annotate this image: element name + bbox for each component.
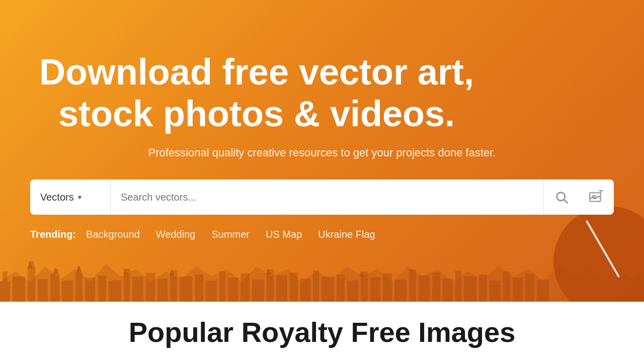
svg-rect-45 xyxy=(490,281,501,302)
svg-rect-33 xyxy=(347,281,358,302)
svg-rect-32 xyxy=(337,275,345,302)
svg-rect-19 xyxy=(180,277,192,302)
visual-search-button[interactable] xyxy=(579,179,614,215)
svg-rect-48 xyxy=(525,274,534,302)
svg-rect-31 xyxy=(321,277,334,302)
svg-rect-28 xyxy=(290,273,298,302)
trending-link-summer[interactable]: Summer xyxy=(211,229,250,240)
trending-link-ukraine-flag[interactable]: Ukraine Flag xyxy=(318,229,375,240)
svg-rect-24 xyxy=(240,274,250,302)
category-label: Vectors xyxy=(40,192,74,203)
svg-rect-30 xyxy=(313,270,319,302)
svg-rect-40 xyxy=(432,273,440,302)
category-dropdown-button[interactable]: Vectors ▾ xyxy=(30,179,111,215)
svg-rect-15 xyxy=(132,277,143,302)
trending-link-wedding[interactable]: Wedding xyxy=(156,229,196,240)
chevron-down-icon: ▾ xyxy=(78,193,82,201)
skyline-decoration xyxy=(0,236,644,302)
svg-rect-27 xyxy=(276,276,287,302)
svg-rect-25 xyxy=(252,280,264,302)
svg-rect-46 xyxy=(503,272,510,302)
svg-rect-2 xyxy=(13,277,25,302)
svg-rect-0 xyxy=(0,282,10,302)
svg-rect-3 xyxy=(28,266,35,302)
svg-rect-37 xyxy=(394,280,407,302)
hero-title: Download free vector art, stock photos &… xyxy=(30,51,483,135)
trending-links: Background Wedding Summer US Map Ukraine… xyxy=(86,229,375,240)
search-input[interactable] xyxy=(111,179,543,215)
hero-section: Download free vector art, stock photos &… xyxy=(0,0,644,302)
search-button[interactable] xyxy=(543,179,579,215)
svg-rect-16 xyxy=(146,273,155,302)
search-bar: Vectors ▾ xyxy=(30,179,614,215)
svg-rect-35 xyxy=(370,278,380,302)
svg-rect-49 xyxy=(537,280,549,302)
svg-rect-39 xyxy=(419,276,430,302)
svg-rect-36 xyxy=(383,274,392,302)
svg-rect-11 xyxy=(85,278,95,302)
svg-rect-12 xyxy=(98,276,106,302)
svg-rect-21 xyxy=(206,281,217,302)
hero-content: Download free vector art, stock photos &… xyxy=(10,51,634,241)
svg-rect-5 xyxy=(38,279,48,302)
trending-link-usmap[interactable]: US Map xyxy=(266,229,302,240)
visual-search-icon xyxy=(589,190,604,205)
svg-rect-22 xyxy=(219,272,225,302)
svg-rect-44 xyxy=(479,275,487,302)
svg-rect-8 xyxy=(62,281,73,302)
trending-section: Trending: Background Wedding Summer US M… xyxy=(30,229,614,240)
svg-line-58 xyxy=(564,200,567,203)
svg-rect-9 xyxy=(75,272,83,302)
svg-rect-17 xyxy=(157,279,168,302)
popular-section: Popular Royalty Free Images xyxy=(0,302,644,362)
svg-rect-29 xyxy=(300,279,310,302)
svg-rect-43 xyxy=(464,277,476,302)
svg-rect-23 xyxy=(228,278,238,302)
svg-rect-41 xyxy=(443,279,453,302)
search-icon xyxy=(554,190,569,204)
svg-rect-47 xyxy=(513,278,523,302)
trending-link-background[interactable]: Background xyxy=(86,229,140,240)
trending-label: Trending: xyxy=(30,229,76,240)
svg-rect-6 xyxy=(50,274,59,302)
svg-rect-20 xyxy=(195,275,203,302)
svg-marker-52 xyxy=(76,265,82,272)
svg-rect-1 xyxy=(3,272,8,282)
svg-rect-42 xyxy=(455,270,461,302)
hero-subtitle: Professional quality creative resources … xyxy=(30,146,614,159)
popular-title: Popular Royalty Free Images xyxy=(129,316,516,348)
svg-rect-13 xyxy=(109,281,121,302)
svg-rect-38 xyxy=(409,269,416,302)
